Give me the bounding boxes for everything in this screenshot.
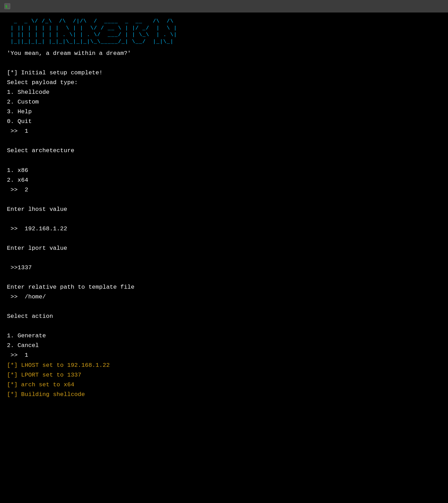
terminal-line: 2. Custom [7, 97, 441, 107]
ascii-art-banner: _ _ \/ /_\ /\ /|/\ / ____ _ __ /\ /\ | |… [7, 18, 441, 45]
terminal-line: [*] arch set to x64 [7, 380, 441, 390]
terminal-line [7, 234, 441, 244]
svg-text:$_: $_ [5, 5, 10, 9]
terminal-line: Enter lport value [7, 244, 441, 253]
terminal-line: Enter relative path to template file [7, 282, 441, 292]
terminal-line: [*] Building shellcode [7, 390, 441, 399]
terminal-line: 2. Cancel [7, 341, 441, 351]
terminal-line [7, 214, 441, 224]
terminal-line: 2. x64 [7, 175, 441, 185]
terminal-line [7, 156, 441, 166]
terminal-line: >> 1 [7, 351, 441, 360]
terminal-line [7, 136, 441, 146]
terminal-line [7, 253, 441, 263]
terminal-line [7, 302, 441, 312]
terminal-line [7, 195, 441, 205]
terminal-line: 3. Help [7, 107, 441, 117]
terminal-line: >> /home/ [7, 292, 441, 302]
terminal-line: Select payload type: [7, 78, 441, 88]
terminal-line: 0. Quit [7, 117, 441, 126]
terminal-icon: $_ [4, 3, 10, 9]
terminal-body: _ _ \/ /_\ /\ /|/\ / ____ _ __ /\ /\ | |… [0, 13, 448, 503]
terminal-line: Select archetecture [7, 146, 441, 156]
terminal-line: >> 1 [7, 126, 441, 136]
terminal-output: 'You mean, a dream within a dream?' [*] … [7, 49, 441, 399]
terminal-line: >>1337 [7, 263, 441, 273]
terminal-line: >> 192.168.1.22 [7, 224, 441, 234]
terminal-line: 'You mean, a dream within a dream?' [7, 49, 441, 58]
terminal-line: 1. Shellcode [7, 88, 441, 97]
terminal-line: 1. x86 [7, 166, 441, 175]
terminal-line: Enter lhost value [7, 205, 441, 214]
terminal-line: Select action [7, 312, 441, 321]
terminal-line [7, 321, 441, 331]
title-bar: $_ [0, 0, 448, 13]
terminal-line [7, 58, 441, 68]
terminal-line [7, 273, 441, 282]
terminal-line: 1. Generate [7, 331, 441, 341]
terminal-line: [*] Initial setup complete! [7, 68, 441, 78]
terminal-line: [*] LPORT set to 1337 [7, 370, 441, 380]
terminal-line: >> 2 [7, 185, 441, 195]
terminal-line: [*] LHOST set to 192.168.1.22 [7, 361, 441, 370]
